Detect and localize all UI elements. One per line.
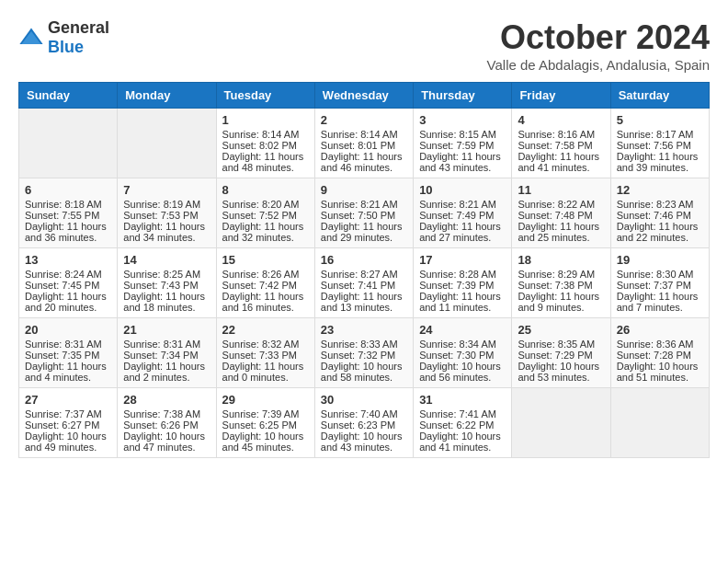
calendar-day-cell: 27Sunrise: 7:37 AMSunset: 6:27 PMDayligh…: [19, 388, 118, 458]
day-of-week-header: Friday: [512, 83, 610, 109]
calendar-table: SundayMondayTuesdayWednesdayThursdayFrid…: [18, 82, 710, 458]
calendar-header-row: SundayMondayTuesdayWednesdayThursdayFrid…: [19, 83, 710, 109]
sunset-text: Sunset: 7:35 PM: [25, 350, 111, 361]
calendar-day-cell: 12Sunrise: 8:23 AMSunset: 7:46 PMDayligh…: [610, 178, 709, 248]
day-number: 2: [321, 113, 407, 127]
daylight-text: Daylight: 10 hours and 45 minutes.: [222, 431, 309, 453]
sunset-text: Sunset: 6:26 PM: [123, 419, 210, 431]
daylight-text: Daylight: 11 hours and 13 minutes.: [321, 291, 407, 313]
sunrise-text: Sunrise: 7:38 AM: [123, 408, 210, 419]
daylight-text: Daylight: 10 hours and 53 minutes.: [518, 361, 604, 383]
sunset-text: Sunset: 7:39 PM: [419, 280, 506, 291]
sunrise-text: Sunrise: 8:18 AM: [25, 199, 111, 210]
day-number: 25: [518, 323, 604, 337]
day-number: 9: [321, 183, 407, 197]
day-number: 10: [419, 183, 506, 197]
calendar-week-row: 6Sunrise: 8:18 AMSunset: 7:55 PMDaylight…: [19, 178, 710, 248]
sunrise-text: Sunrise: 8:30 AM: [617, 269, 703, 280]
sunrise-text: Sunrise: 8:36 AM: [617, 339, 703, 350]
logo-blue: Blue: [48, 38, 84, 56]
daylight-text: Daylight: 11 hours and 2 minutes.: [123, 361, 210, 383]
daylight-text: Daylight: 10 hours and 43 minutes.: [321, 431, 407, 453]
sunset-text: Sunset: 8:01 PM: [321, 140, 407, 151]
sunrise-text: Sunrise: 8:25 AM: [123, 269, 210, 280]
day-of-week-header: Tuesday: [216, 83, 314, 109]
sunset-text: Sunset: 7:37 PM: [617, 280, 703, 291]
day-number: 12: [617, 183, 703, 197]
daylight-text: Daylight: 11 hours and 27 minutes.: [419, 221, 506, 243]
day-number: 8: [222, 183, 309, 197]
sunrise-text: Sunrise: 7:41 AM: [419, 408, 506, 419]
sunrise-text: Sunrise: 8:32 AM: [222, 339, 309, 350]
sunset-text: Sunset: 6:22 PM: [419, 419, 506, 431]
day-number: 7: [123, 183, 210, 197]
title-block: October 2024 Valle de Abdalagis, Andalus…: [487, 18, 710, 73]
day-number: 31: [419, 393, 506, 407]
sunrise-text: Sunrise: 8:23 AM: [617, 199, 703, 210]
daylight-text: Daylight: 11 hours and 32 minutes.: [222, 221, 309, 243]
calendar-day-cell: 31Sunrise: 7:41 AMSunset: 6:22 PMDayligh…: [414, 388, 512, 458]
sunrise-text: Sunrise: 8:31 AM: [25, 339, 111, 350]
sunset-text: Sunset: 8:02 PM: [222, 140, 309, 151]
sunrise-text: Sunrise: 8:15 AM: [419, 129, 506, 140]
sunset-text: Sunset: 7:45 PM: [25, 280, 111, 291]
day-number: 21: [123, 323, 210, 337]
daylight-text: Daylight: 10 hours and 58 minutes.: [321, 361, 407, 383]
calendar-day-cell: [610, 388, 709, 458]
calendar-day-cell: 23Sunrise: 8:33 AMSunset: 7:32 PMDayligh…: [314, 318, 413, 388]
calendar-day-cell: 17Sunrise: 8:28 AMSunset: 7:39 PMDayligh…: [414, 248, 512, 318]
day-number: 22: [222, 323, 309, 337]
day-number: 27: [25, 393, 111, 407]
daylight-text: Daylight: 11 hours and 9 minutes.: [518, 291, 604, 313]
day-number: 20: [25, 323, 111, 337]
daylight-text: Daylight: 11 hours and 20 minutes.: [25, 291, 111, 313]
calendar-day-cell: 20Sunrise: 8:31 AMSunset: 7:35 PMDayligh…: [19, 318, 118, 388]
day-number: 1: [222, 113, 309, 127]
sunrise-text: Sunrise: 8:21 AM: [419, 199, 506, 210]
daylight-text: Daylight: 11 hours and 16 minutes.: [222, 291, 309, 313]
calendar-day-cell: 8Sunrise: 8:20 AMSunset: 7:52 PMDaylight…: [216, 178, 314, 248]
day-of-week-header: Thursday: [414, 83, 512, 109]
day-number: 26: [617, 323, 703, 337]
daylight-text: Daylight: 11 hours and 36 minutes.: [25, 221, 111, 243]
sunset-text: Sunset: 7:56 PM: [617, 140, 703, 151]
sunrise-text: Sunrise: 8:16 AM: [518, 129, 604, 140]
day-number: 28: [123, 393, 210, 407]
sunrise-text: Sunrise: 8:24 AM: [25, 269, 111, 280]
sunset-text: Sunset: 7:50 PM: [321, 210, 407, 221]
day-number: 18: [518, 253, 604, 267]
calendar-day-cell: 5Sunrise: 8:17 AMSunset: 7:56 PMDaylight…: [610, 109, 709, 178]
day-of-week-header: Sunday: [19, 83, 118, 109]
sunrise-text: Sunrise: 8:21 AM: [321, 199, 407, 210]
day-number: 30: [321, 393, 407, 407]
sunrise-text: Sunrise: 8:17 AM: [617, 129, 703, 140]
day-number: 15: [222, 253, 309, 267]
calendar-day-cell: [19, 109, 118, 178]
day-number: 14: [123, 253, 210, 267]
calendar-day-cell: 15Sunrise: 8:26 AMSunset: 7:42 PMDayligh…: [216, 248, 314, 318]
calendar-day-cell: [118, 109, 216, 178]
daylight-text: Daylight: 11 hours and 48 minutes.: [222, 151, 309, 173]
sunset-text: Sunset: 6:23 PM: [321, 419, 407, 431]
sunrise-text: Sunrise: 8:29 AM: [518, 269, 604, 280]
sunset-text: Sunset: 6:27 PM: [25, 419, 111, 431]
calendar-day-cell: 26Sunrise: 8:36 AMSunset: 7:28 PMDayligh…: [610, 318, 709, 388]
sunset-text: Sunset: 7:38 PM: [518, 280, 604, 291]
calendar-day-cell: 16Sunrise: 8:27 AMSunset: 7:41 PMDayligh…: [314, 248, 413, 318]
location-title: Valle de Abdalagis, Andalusia, Spain: [487, 57, 710, 73]
calendar-day-cell: 22Sunrise: 8:32 AMSunset: 7:33 PMDayligh…: [216, 318, 314, 388]
daylight-text: Daylight: 11 hours and 39 minutes.: [617, 151, 703, 173]
sunrise-text: Sunrise: 8:34 AM: [419, 339, 506, 350]
sunset-text: Sunset: 7:42 PM: [222, 280, 309, 291]
calendar-day-cell: 19Sunrise: 8:30 AMSunset: 7:37 PMDayligh…: [610, 248, 709, 318]
daylight-text: Daylight: 11 hours and 18 minutes.: [123, 291, 210, 313]
calendar-day-cell: 10Sunrise: 8:21 AMSunset: 7:49 PMDayligh…: [414, 178, 512, 248]
calendar-day-cell: 11Sunrise: 8:22 AMSunset: 7:48 PMDayligh…: [512, 178, 610, 248]
sunset-text: Sunset: 7:29 PM: [518, 350, 604, 361]
sunset-text: Sunset: 7:43 PM: [123, 280, 210, 291]
day-of-week-header: Wednesday: [314, 83, 413, 109]
daylight-text: Daylight: 11 hours and 4 minutes.: [25, 361, 111, 383]
calendar-day-cell: 9Sunrise: 8:21 AMSunset: 7:50 PMDaylight…: [314, 178, 413, 248]
sunrise-text: Sunrise: 8:14 AM: [321, 129, 407, 140]
sunset-text: Sunset: 7:53 PM: [123, 210, 210, 221]
